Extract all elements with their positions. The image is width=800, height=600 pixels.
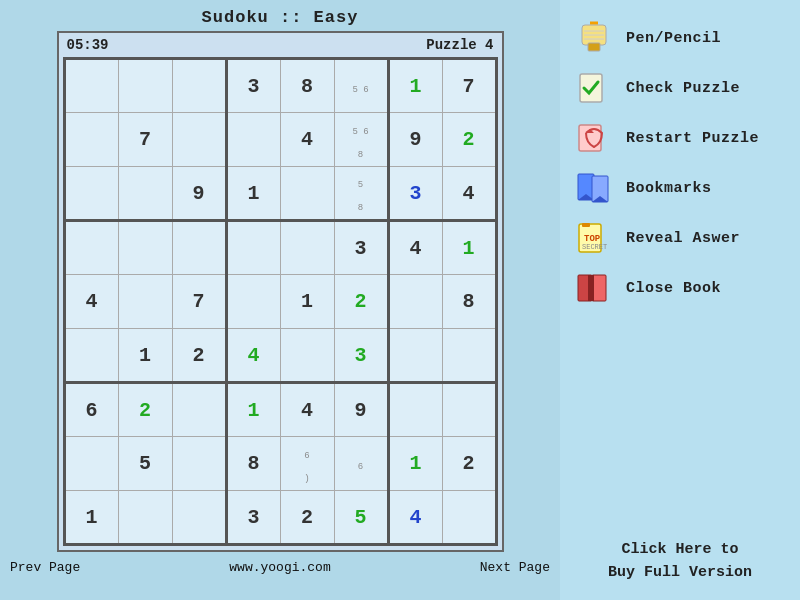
cell-r0-c4[interactable]: 8 [280, 59, 334, 113]
cell-r1-c6[interactable]: 9 [388, 113, 442, 167]
buy-section[interactable]: Click Here to Buy Full Version [572, 539, 788, 584]
timer: 05:39 [67, 37, 109, 53]
cell-r5-c6[interactable] [388, 329, 442, 383]
cell-r1-c4[interactable]: 4 [280, 113, 334, 167]
cell-r3-c7[interactable]: 1 [442, 221, 496, 275]
cell-r0-c5[interactable]: 5 6 [334, 59, 388, 113]
cell-r6-c1[interactable]: 2 [118, 383, 172, 437]
game-title: Sudoku :: Easy [202, 8, 359, 27]
cell-r2-c0[interactable] [64, 167, 118, 221]
cell-r7-c6[interactable]: 1 [388, 437, 442, 491]
cell-r2-c7[interactable]: 4 [442, 167, 496, 221]
cell-r3-c4[interactable] [280, 221, 334, 275]
cell-r4-c6[interactable] [388, 275, 442, 329]
puzzle-label: Puzzle 4 [426, 37, 493, 53]
pen-pencil-icon [572, 20, 616, 56]
cell-r7-c2[interactable] [172, 437, 226, 491]
cell-r6-c2[interactable] [172, 383, 226, 437]
site-url: www.yoogi.com [229, 560, 330, 575]
cell-r8-c5[interactable]: 5 [334, 491, 388, 545]
cell-r0-c2[interactable] [172, 59, 226, 113]
cell-r3-c1[interactable] [118, 221, 172, 275]
cell-r3-c3[interactable] [226, 221, 280, 275]
cell-r5-c2[interactable]: 2 [172, 329, 226, 383]
cell-r2-c4[interactable] [280, 167, 334, 221]
cell-r5-c7[interactable] [442, 329, 496, 383]
cell-r8-c0[interactable]: 1 [64, 491, 118, 545]
cell-r5-c3[interactable]: 4 [226, 329, 280, 383]
cell-r0-c6[interactable]: 1 [388, 59, 442, 113]
cell-r1-c0[interactable] [64, 113, 118, 167]
cell-r5-c0[interactable] [64, 329, 118, 383]
svg-text:SECRET: SECRET [582, 243, 607, 251]
cell-r3-c0[interactable] [64, 221, 118, 275]
cell-r8-c7[interactable] [442, 491, 496, 545]
check-puzzle-label: Check Puzzle [626, 80, 740, 97]
tool-reveal-answer[interactable]: TOPSECRETReveal Aswer [572, 216, 788, 260]
cell-r5-c4[interactable] [280, 329, 334, 383]
cell-r4-c7[interactable]: 8 [442, 275, 496, 329]
cell-r7-c1[interactable]: 5 [118, 437, 172, 491]
cell-r2-c6[interactable]: 3 [388, 167, 442, 221]
cell-r6-c0[interactable]: 6 [64, 383, 118, 437]
right-panel: Pen/PencilCheck PuzzleRestart PuzzleBook… [560, 0, 800, 600]
cell-r4-c0[interactable]: 4 [64, 275, 118, 329]
cell-r8-c1[interactable] [118, 491, 172, 545]
cell-r8-c6[interactable]: 4 [388, 491, 442, 545]
cell-r6-c4[interactable]: 4 [280, 383, 334, 437]
cell-r5-c5[interactable]: 3 [334, 329, 388, 383]
cell-r2-c3[interactable]: 1 [226, 167, 280, 221]
cell-r2-c2[interactable]: 9 [172, 167, 226, 221]
sudoku-grid[interactable]: 385 617745 6 892915 83434147128124362149… [63, 57, 498, 546]
cell-r6-c6[interactable] [388, 383, 442, 437]
check-puzzle-icon [572, 70, 616, 106]
cell-r3-c2[interactable] [172, 221, 226, 275]
cell-r7-c0[interactable] [64, 437, 118, 491]
tool-close-book[interactable]: Close Book [572, 266, 788, 310]
cell-r1-c1[interactable]: 7 [118, 113, 172, 167]
cell-r7-c7[interactable]: 2 [442, 437, 496, 491]
cell-r1-c5[interactable]: 5 6 8 [334, 113, 388, 167]
cell-r0-c7[interactable]: 7 [442, 59, 496, 113]
svg-rect-18 [592, 275, 606, 301]
cell-r4-c3[interactable] [226, 275, 280, 329]
cell-r8-c2[interactable] [172, 491, 226, 545]
cell-r6-c3[interactable]: 1 [226, 383, 280, 437]
cell-r4-c4[interactable]: 1 [280, 275, 334, 329]
cell-r7-c4[interactable]: 6 ) [280, 437, 334, 491]
tool-bookmarks[interactable]: Bookmarks [572, 166, 788, 210]
svg-rect-4 [588, 43, 600, 51]
restart-puzzle-icon [572, 120, 616, 156]
cell-r1-c7[interactable]: 2 [442, 113, 496, 167]
tool-pen-pencil[interactable]: Pen/Pencil [572, 16, 788, 60]
cell-r2-c1[interactable] [118, 167, 172, 221]
buy-line1: Click Here to [621, 541, 738, 558]
cell-r3-c6[interactable]: 4 [388, 221, 442, 275]
close-book-label: Close Book [626, 280, 721, 297]
tool-restart-puzzle[interactable]: Restart Puzzle [572, 116, 788, 160]
cell-r0-c0[interactable] [64, 59, 118, 113]
cell-r1-c2[interactable] [172, 113, 226, 167]
buy-line2: Buy Full Version [608, 564, 752, 581]
prev-page-link[interactable]: Prev Page [10, 560, 80, 575]
cell-r7-c3[interactable]: 8 [226, 437, 280, 491]
cell-r4-c2[interactable]: 7 [172, 275, 226, 329]
cell-r8-c3[interactable]: 3 [226, 491, 280, 545]
cell-r5-c1[interactable]: 1 [118, 329, 172, 383]
cell-r0-c3[interactable]: 3 [226, 59, 280, 113]
cell-r6-c7[interactable] [442, 383, 496, 437]
restart-puzzle-label: Restart Puzzle [626, 130, 759, 147]
cell-r3-c5[interactable]: 3 [334, 221, 388, 275]
tools-list: Pen/PencilCheck PuzzleRestart PuzzleBook… [572, 16, 788, 310]
next-page-link[interactable]: Next Page [480, 560, 550, 575]
cell-r4-c5[interactable]: 2 [334, 275, 388, 329]
cell-r1-c3[interactable] [226, 113, 280, 167]
pen-pencil-label: Pen/Pencil [626, 30, 721, 47]
tool-check-puzzle[interactable]: Check Puzzle [572, 66, 788, 110]
cell-r8-c4[interactable]: 2 [280, 491, 334, 545]
cell-r4-c1[interactable] [118, 275, 172, 329]
cell-r0-c1[interactable] [118, 59, 172, 113]
cell-r6-c5[interactable]: 9 [334, 383, 388, 437]
cell-r2-c5[interactable]: 5 8 [334, 167, 388, 221]
cell-r7-c5[interactable]: 6 [334, 437, 388, 491]
